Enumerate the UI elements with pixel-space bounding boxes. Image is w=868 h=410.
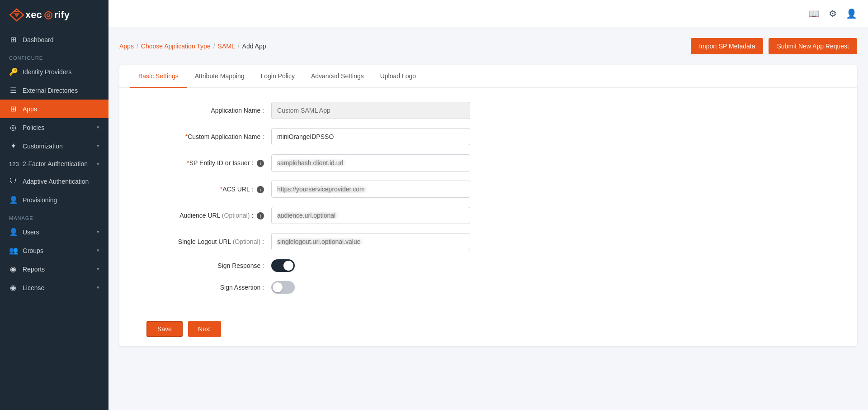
custom-app-name-row: *Custom Application Name :: [146, 128, 830, 145]
top-buttons: Import SP Metadata Submit New App Reques…: [691, 38, 857, 54]
single-logout-url-label: Single Logout URL (Optional) :: [146, 238, 264, 245]
tab-attribute-mapping[interactable]: Attribute Mapping: [187, 65, 253, 88]
breadcrumb-choose-app-type[interactable]: Choose Application Type: [141, 43, 211, 50]
license-icon: ◉: [9, 283, 17, 292]
sp-entity-id-label: *SP Entity ID or Issuer : i: [146, 159, 264, 167]
tabs-bar: Basic Settings Attribute Mapping Login P…: [119, 65, 857, 88]
main-content: 📖 ⚙ 👤 Apps / Choose Application Type / S…: [108, 0, 868, 410]
provisioning-icon: 👤: [9, 195, 17, 204]
chevron-down-icon: ▾: [97, 248, 99, 253]
main-card: Basic Settings Attribute Mapping Login P…: [119, 65, 857, 346]
sign-assertion-row: Sign Assertion :: [146, 281, 830, 294]
sp-entity-id-info-icon[interactable]: i: [257, 160, 264, 167]
sidebar-item-dashboard[interactable]: ⊞ Dashboard: [0, 30, 108, 49]
chevron-down-icon: ▾: [97, 143, 99, 149]
sidebar-item-provisioning[interactable]: 👤 Provisioning: [0, 191, 108, 209]
reports-icon: ◉: [9, 265, 17, 273]
sidebar-item-users[interactable]: 👤 Users ▾: [0, 223, 108, 241]
sidebar-item-license[interactable]: ◉ License ▾: [0, 278, 108, 297]
form-actions: Save Next: [119, 316, 857, 346]
tab-login-policy[interactable]: Login Policy: [252, 65, 303, 88]
identity-providers-icon: 🔑: [9, 67, 17, 76]
sign-response-row: Sign Response :: [146, 259, 830, 272]
acs-url-row: *ACS URL : i: [146, 181, 830, 198]
users-icon: 👤: [9, 228, 17, 236]
sp-entity-id-row: *SP Entity ID or Issuer : i: [146, 154, 830, 172]
tab-upload-logo[interactable]: Upload Logo: [372, 65, 424, 88]
toggle-knob: [273, 282, 283, 292]
chevron-down-icon: ▾: [97, 266, 99, 272]
configure-section-label: Configure: [0, 49, 108, 62]
top-row: Apps / Choose Application Type / SAML / …: [119, 38, 857, 54]
audience-url-row: Audience URL (Optional) : i: [146, 207, 830, 224]
acs-url-input[interactable]: [271, 181, 470, 198]
breadcrumb-saml[interactable]: SAML: [218, 43, 235, 50]
sidebar-item-apps[interactable]: ⊞ Apps: [0, 100, 108, 118]
save-button[interactable]: Save: [146, 321, 183, 337]
breadcrumb: Apps / Choose Application Type / SAML / …: [119, 43, 266, 50]
sidebar-item-groups[interactable]: 👥 Groups ▾: [0, 241, 108, 260]
breadcrumb-apps[interactable]: Apps: [119, 43, 134, 50]
import-sp-metadata-button[interactable]: Import SP Metadata: [691, 38, 763, 54]
sidebar-item-external-directories[interactable]: ☰ External Directories: [0, 81, 108, 100]
next-button[interactable]: Next: [188, 321, 221, 337]
apps-icon: ⊞: [9, 105, 17, 113]
external-directories-icon: ☰: [9, 86, 17, 95]
submit-new-app-request-button[interactable]: Submit New App Request: [769, 38, 857, 54]
tab-basic-settings[interactable]: Basic Settings: [130, 65, 187, 88]
sidebar-item-2fa[interactable]: 123 2-Factor Authentication ▾: [0, 155, 108, 172]
custom-app-name-input[interactable]: [271, 128, 470, 145]
toggle-knob: [283, 261, 293, 271]
breadcrumb-add-app: Add App: [242, 43, 266, 50]
sp-entity-id-input[interactable]: [271, 154, 470, 172]
single-logout-url-row: Single Logout URL (Optional) :: [146, 233, 830, 250]
sidebar-item-identity-providers[interactable]: 🔑 Identity Providers: [0, 62, 108, 81]
policies-icon: ◎: [9, 123, 17, 132]
audience-url-input[interactable]: [271, 207, 470, 224]
topbar: 📖 ⚙ 👤: [108, 0, 868, 27]
sidebar: xec◎rify ⊞ Dashboard Configure 🔑 Identit…: [0, 0, 108, 410]
chevron-down-icon: ▾: [97, 124, 99, 130]
sign-assertion-label: Sign Assertion :: [146, 284, 264, 291]
audience-url-label: Audience URL (Optional) : i: [146, 212, 264, 219]
logo-container: xec◎rify: [0, 0, 108, 30]
chevron-down-icon: ▾: [97, 161, 99, 167]
tab-advanced-settings[interactable]: Advanced Settings: [303, 65, 372, 88]
groups-icon: 👥: [9, 246, 17, 255]
sign-assertion-toggle[interactable]: [271, 281, 295, 294]
gear-icon[interactable]: ⚙: [829, 8, 837, 19]
manage-section-label: Manage: [0, 209, 108, 223]
acs-url-info-icon[interactable]: i: [257, 186, 264, 193]
audience-url-info-icon[interactable]: i: [257, 212, 264, 219]
dashboard-icon: ⊞: [9, 35, 17, 44]
application-name-input[interactable]: [271, 102, 470, 119]
sign-response-label: Sign Response :: [146, 262, 264, 269]
form-body: Application Name : *Custom Application N…: [119, 88, 857, 316]
book-icon[interactable]: 📖: [808, 8, 820, 19]
sidebar-item-customization[interactable]: ✦ Customization ▾: [0, 137, 108, 155]
acs-url-label: *ACS URL : i: [146, 186, 264, 193]
brand-name: xec◎rify: [25, 9, 70, 21]
application-name-label: Application Name :: [146, 107, 264, 114]
chevron-down-icon: ▾: [97, 229, 99, 235]
logo-icon: [9, 8, 24, 22]
sign-response-toggle[interactable]: [271, 259, 295, 272]
sidebar-item-reports[interactable]: ◉ Reports ▾: [0, 260, 108, 278]
content-area: Apps / Choose Application Type / SAML / …: [108, 27, 868, 410]
sidebar-item-adaptive-auth[interactable]: 🛡 Adaptive Authentication: [0, 172, 108, 191]
sidebar-item-policies[interactable]: ◎ Policies ▾: [0, 118, 108, 137]
adaptive-auth-icon: 🛡: [9, 177, 17, 186]
application-name-row: Application Name :: [146, 102, 830, 119]
chevron-down-icon: ▾: [97, 285, 99, 291]
custom-app-name-label: *Custom Application Name :: [146, 133, 264, 140]
user-icon[interactable]: 👤: [846, 8, 857, 19]
customization-icon: ✦: [9, 142, 17, 150]
single-logout-url-input[interactable]: [271, 233, 470, 250]
2fa-icon: 123: [9, 161, 17, 167]
